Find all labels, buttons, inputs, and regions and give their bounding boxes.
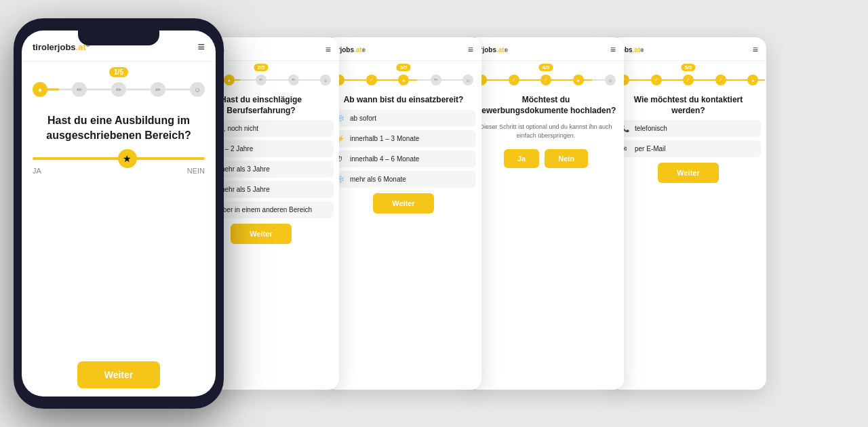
card5-dot-3: ✓ <box>683 75 694 85</box>
slider-thumb[interactable]: ★ <box>118 149 137 168</box>
card4-dot-3: ✓ <box>540 75 551 85</box>
card-panel-5: jobs.at® ≡ 5/5 ✓ ✓ ✓ ✓ ● Wie möchtest du… <box>610 37 766 390</box>
progress-dot-5: ☺ <box>190 82 205 97</box>
card5-dot-4: ✓ <box>715 75 726 85</box>
card2-weiter-button[interactable]: Weiter <box>231 224 291 244</box>
card4-ja-button[interactable]: Ja <box>504 149 539 168</box>
card5-choice-2[interactable]: ✉ per E-Mail <box>616 140 761 157</box>
card4-btn-row: Ja Nein <box>468 149 624 168</box>
card2-dot-5: ☺ <box>320 75 331 85</box>
card2-dot-2: ● <box>224 75 235 85</box>
slider-label-right: NEIN <box>187 167 205 175</box>
card4-question: Möchtest du Bewerbungsdokumente hochlade… <box>468 88 624 120</box>
card4-dot-4: ● <box>573 75 584 85</box>
card3-dot-3: ● <box>398 75 409 85</box>
hamburger-icon[interactable]: ≡ <box>197 40 205 54</box>
slider-labels: JA NEIN <box>33 167 205 175</box>
phone-shell: tirolerjobs.at® ≡ 1/5 ● ✏ ✏ ✏ <box>14 18 224 409</box>
card4-menu-icon[interactable]: ≡ <box>610 44 616 55</box>
card3-dot-2: ✓ <box>366 75 377 85</box>
card3-menu-icon[interactable]: ≡ <box>468 44 473 55</box>
progress-dot-1: ● <box>33 82 47 97</box>
card5-choice-1[interactable]: 📞 telefonisch <box>616 120 761 137</box>
card5-label-1: telefonisch <box>635 125 667 132</box>
weiter-button[interactable]: Weiter <box>77 361 161 388</box>
card5-question: Wie möchtest du kontaktiert werden? <box>610 88 766 120</box>
card3-label-1: ab sofort <box>350 115 376 122</box>
card-panel-3: erjobs.at® ≡ 3/5 ✓ ✓ ● ✏ ☺ Ab wann bist … <box>326 37 481 390</box>
slider-container: ★ JA NEIN <box>33 157 205 175</box>
phone-screen: tirolerjobs.at® ≡ 1/5 ● ✏ ✏ ✏ <box>22 30 216 396</box>
question-area: Hast du eine Ausbildung im ausgeschriebe… <box>22 102 216 353</box>
progress-dot-2: ✏ <box>72 82 87 97</box>
card3-weiter-button[interactable]: Weiter <box>373 193 433 214</box>
card3-label-3: innerhalb 4 – 6 Monate <box>350 155 419 163</box>
slider-track[interactable]: ★ <box>33 157 205 160</box>
card3-question: Ab wann bist du einsatzbereit? <box>326 88 481 110</box>
screen1-content: tirolerjobs.at® ≡ 1/5 ● ✏ ✏ ✏ <box>22 30 216 396</box>
phone-notch <box>78 30 159 45</box>
phone-wrapper: tirolerjobs.at® ≡ 1/5 ● ✏ ✏ ✏ <box>14 18 224 409</box>
card3-choice-3[interactable]: ⏱ innerhalb 4 – 6 Monate <box>331 150 476 167</box>
card3-label-2: innerhalb 1 – 3 Monate <box>350 135 419 142</box>
card4-step-badge: 4/5 <box>538 64 553 71</box>
card5-choices: 📞 telefonisch ✉ per E-Mail <box>610 120 766 157</box>
progress-bar: ● ✏ ✏ ✏ ☺ <box>33 82 205 97</box>
card2-step-badge: 2/5 <box>254 64 268 71</box>
card2-dot-3: ✏ <box>256 75 267 85</box>
card5-dot-5: ● <box>747 75 758 85</box>
card5-step-badge: 5/5 <box>681 64 695 71</box>
card5-label-2: per E-Mail <box>635 145 666 152</box>
card-panel-4: erjobs.at® ≡ 4/5 ✓ ✓ ✓ ● ☺ Möchtest du B… <box>468 37 624 390</box>
card4-nein-button[interactable]: Nein <box>545 149 588 168</box>
app-logo: tirolerjobs.at® <box>33 42 90 52</box>
card4-dot-5: ☺ <box>605 75 616 85</box>
card2-menu-icon[interactable]: ≡ <box>326 44 331 55</box>
card4-dot-2: ✓ <box>509 75 519 85</box>
card3-dot-4: ✏ <box>431 75 441 85</box>
card3-choice-1[interactable]: ❄️ ab sofort <box>331 110 476 127</box>
slider-label-left: JA <box>33 167 41 175</box>
card3-choice-2[interactable]: ⚡ innerhalb 1 – 3 Monate <box>331 130 476 147</box>
card3-choices: ❄️ ab sofort ⚡ innerhalb 1 – 3 Monate ⏱ … <box>326 110 481 188</box>
card5-menu-icon[interactable]: ≡ <box>753 44 758 55</box>
card3-choice-4[interactable]: ❄️ mehr als 6 Monate <box>331 171 476 188</box>
scene: tirolerjobs ≡ 2/5 ✓ ● ✏ ✏ ☺ Hast du eins… <box>0 0 868 427</box>
card3-label-4: mehr als 6 Monate <box>350 176 406 183</box>
card2-dot-4: ✏ <box>288 75 299 85</box>
step-badge: 1/5 <box>109 67 128 77</box>
question-text: Hast du eine Ausbildung im ausgeschriebe… <box>33 113 205 144</box>
card3-step-badge: 3/5 <box>396 64 410 71</box>
card5-weiter-button[interactable]: Weiter <box>658 163 718 183</box>
card4-optional-text: Dieser Schritt ist optional und du kanns… <box>468 120 624 142</box>
progress-section: 1/5 ● ✏ ✏ ✏ ☺ <box>22 62 216 102</box>
card5-dot-2: ✓ <box>651 75 662 85</box>
progress-dot-4: ✏ <box>151 82 165 97</box>
progress-dot-3: ✏ <box>111 82 126 97</box>
card3-dot-5: ☺ <box>462 75 473 85</box>
